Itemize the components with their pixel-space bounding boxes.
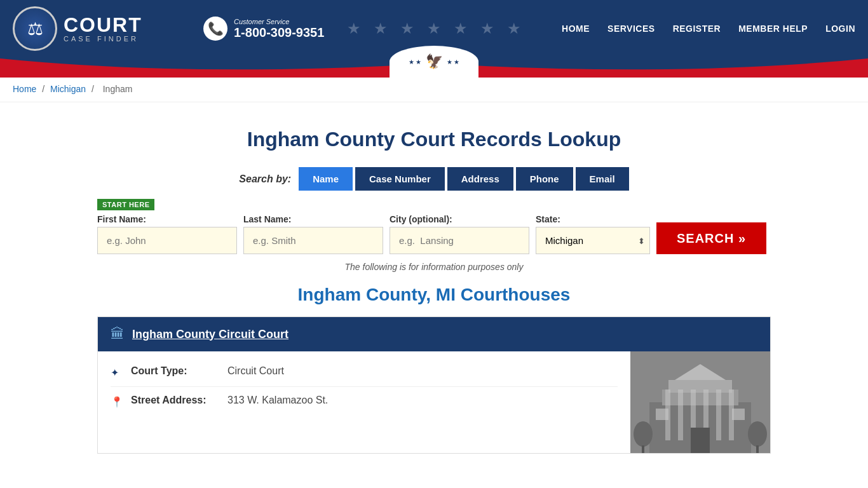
location-icon: 📍	[111, 396, 123, 408]
svg-rect-6	[678, 390, 683, 440]
svg-point-14	[634, 421, 653, 447]
svg-rect-17	[756, 445, 759, 453]
street-address-row: 📍 Street Address: 313 W. Kalamazoo St.	[111, 387, 618, 416]
first-name-label: First Name:	[97, 214, 237, 224]
breadcrumb: Home / Michigan / Ingham	[0, 76, 868, 102]
tab-phone[interactable]: Phone	[516, 167, 573, 191]
court-type-label: Court Type:	[131, 365, 220, 377]
city-group: City (optional):	[390, 214, 529, 254]
star-icon: ★	[507, 20, 521, 37]
eagle-stars-left: ★ ★	[409, 58, 422, 65]
courthouse-body: ✦ Court Type: Circuit Court 📍 Street Add…	[98, 351, 770, 453]
search-button[interactable]: SEARCH »	[656, 222, 766, 254]
svg-rect-11	[691, 428, 710, 453]
svg-point-16	[748, 421, 767, 447]
last-name-group: Last Name:	[243, 214, 383, 254]
first-name-input[interactable]	[97, 227, 237, 254]
main-content: Ingham County Court Records Lookup Searc…	[85, 102, 783, 479]
last-name-label: Last Name:	[243, 214, 383, 224]
tab-case-number[interactable]: Case Number	[355, 167, 445, 191]
eagle-stars-right: ★ ★	[447, 58, 460, 65]
courthouses-title: Ingham County, MI Courthouses	[97, 285, 771, 305]
star-row-top: ★ ★ ★ ★ ★ ★ ★	[347, 20, 521, 37]
courthouse-info: ✦ Court Type: Circuit Court 📍 Street Add…	[98, 351, 630, 453]
eagle-icon: 🦅	[426, 53, 443, 70]
logo-sub: CASE FINDER	[64, 35, 142, 43]
nav-member-help[interactable]: MEMBER HELP	[738, 24, 808, 34]
star-icon: ★	[427, 20, 441, 37]
tab-email[interactable]: Email	[576, 167, 629, 191]
phone-icon: 📞	[203, 17, 227, 41]
breadcrumb-home[interactable]: Home	[13, 84, 36, 94]
logo-area[interactable]: ⚖ COURT CASE FINDER	[13, 6, 142, 51]
city-label: City (optional):	[390, 214, 529, 224]
logo-icon: ⚖	[13, 6, 57, 51]
info-note: The following is for information purpose…	[97, 262, 771, 272]
start-here-badge: START HERE	[97, 199, 154, 210]
street-address-value: 313 W. Kalamazoo St.	[227, 395, 328, 406]
nav-home[interactable]: HOME	[562, 24, 590, 34]
street-address-label: Street Address:	[131, 395, 220, 406]
state-select-wrapper: Michigan Alabama Alaska Arizona Arkansas…	[536, 227, 650, 254]
logo-text: COURT CASE FINDER	[64, 15, 142, 43]
building-illustration	[630, 351, 770, 453]
star-icon: ★	[480, 20, 494, 37]
courthouse-card: 🏛 Ingham County Circuit Court ✦ Court Ty…	[97, 316, 771, 454]
breadcrumb-sep2: /	[92, 84, 97, 94]
first-name-group: First Name:	[97, 214, 237, 254]
logo-court: COURT	[64, 15, 142, 35]
star-icon: ★	[374, 20, 388, 37]
wave-bar: ★ ★ 🦅 ★ ★	[0, 57, 868, 76]
star-icon: ★	[454, 20, 468, 37]
page-title: Ingham County Court Records Lookup	[97, 128, 771, 151]
nav-services[interactable]: SERVICES	[607, 24, 655, 34]
nav-login[interactable]: LOGIN	[825, 24, 855, 34]
court-type-value: Circuit Court	[227, 365, 284, 377]
scales-icon: ⚖	[27, 18, 43, 39]
state-group: State: Michigan Alabama Alaska Arizona A…	[536, 214, 650, 254]
phone-number: 1-800-309-9351	[234, 25, 324, 40]
last-name-input[interactable]	[243, 227, 383, 254]
phone-text: Customer Service 1-800-309-9351	[234, 18, 324, 40]
svg-rect-12	[656, 409, 668, 420]
eagle-inner: ★ ★ 🦅 ★ ★	[409, 53, 460, 70]
courthouse-header: 🏛 Ingham County Circuit Court	[98, 317, 770, 351]
courthouse-image	[630, 351, 770, 453]
state-select[interactable]: Michigan Alabama Alaska Arizona Arkansas…	[536, 227, 650, 254]
courthouse-name[interactable]: Ingham County Circuit Court	[132, 328, 288, 341]
svg-rect-15	[642, 445, 644, 453]
court-type-icon: ✦	[111, 367, 123, 379]
nav-register[interactable]: REGISTER	[673, 24, 721, 34]
star-icon: ★	[400, 20, 414, 37]
star-icon: ★	[347, 20, 361, 37]
search-form: First Name: Last Name: City (optional): …	[97, 214, 771, 254]
courthouse-photo	[630, 351, 770, 453]
breadcrumb-michigan[interactable]: Michigan	[50, 84, 86, 94]
city-input[interactable]	[390, 227, 529, 254]
search-by-row: Search by: Name Case Number Address Phon…	[97, 167, 771, 191]
phone-area: 📞 Customer Service 1-800-309-9351	[203, 17, 324, 41]
search-by-label: Search by:	[239, 173, 291, 185]
svg-rect-13	[732, 409, 745, 420]
main-nav: HOME SERVICES REGISTER MEMBER HELP LOGIN	[562, 24, 855, 34]
breadcrumb-ingham: Ingham	[103, 84, 133, 94]
svg-rect-9	[716, 390, 721, 440]
tab-address[interactable]: Address	[447, 167, 513, 191]
courthouse-building-icon: 🏛	[111, 326, 125, 342]
customer-service-label: Customer Service	[234, 18, 324, 25]
court-type-row: ✦ Court Type: Circuit Court	[111, 358, 618, 387]
state-label: State:	[536, 214, 650, 224]
tab-name[interactable]: Name	[299, 167, 353, 191]
search-form-container: START HERE First Name: Last Name: City (…	[97, 198, 771, 254]
breadcrumb-sep1: /	[42, 84, 47, 94]
eagle-badge: ★ ★ 🦅 ★ ★	[390, 46, 478, 78]
